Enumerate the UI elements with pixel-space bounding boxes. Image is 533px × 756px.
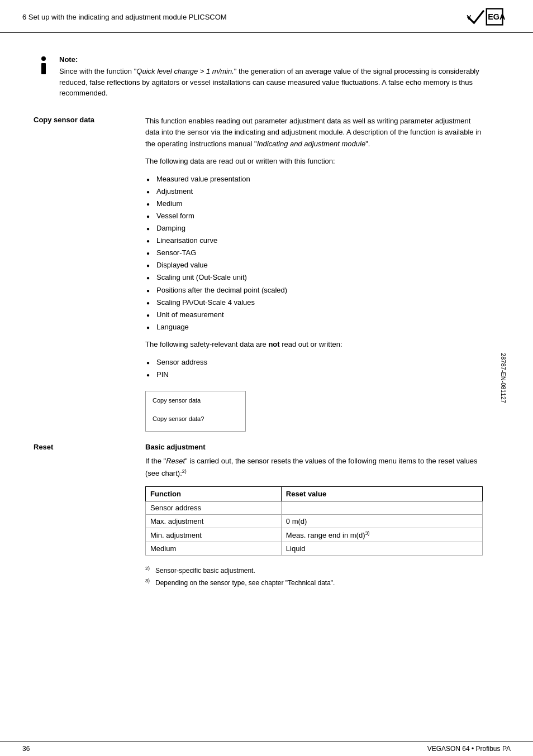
table-cell-max-adj-value: 0 m(d) [281,515,482,528]
table-header-reset-value: Reset value [281,487,482,501]
copy-sensor-italic: Indicating and adjustment module [257,140,365,148]
list-item: Medium [145,198,483,210]
footer-product: VEGASON 64 • Profibus PA [427,745,511,753]
table-row: Max. adjustment 0 m(d) [146,515,483,528]
ui-mock-option: Copy sensor data? [153,410,239,424]
table-cell-min-adj-value: Meas. range end in m(d)3) [281,528,482,542]
list-item: Language [145,321,483,333]
reset-table: Function Reset value Sensor address Max.… [145,486,483,556]
list-item: Scaling unit (Out-Scale unit) [145,271,483,284]
svg-point-3 [41,56,46,61]
table-cell-min-adj: Min. adjustment [146,528,282,542]
svg-text:EGA: EGA [488,12,506,21]
note-text: Since with the function "Quick level cha… [59,66,483,99]
list-item: Measured value presentation [145,173,483,185]
footer-page-number: 36 [22,745,30,753]
table-cell-max-adj: Max. adjustment [146,515,282,528]
page-header: 6 Set up with the indicating and adjustm… [0,0,533,33]
main-content: Note: Since with the function "Quick lev… [0,33,516,622]
table-cell-medium: Medium [146,542,282,556]
table-row: Min. adjustment Meas. range end in m(d)3… [146,528,483,542]
ui-mock-title: Copy sensor data [153,396,239,406]
logo: EGA V [466,6,511,28]
list-item: Displayed value [145,259,483,271]
list-item: Damping [145,222,483,235]
list-item: Positions after the decimal point (scale… [145,284,483,296]
reset-text: If the "Reset" is carried out, the senso… [145,456,483,480]
footnote-3: 3) Depending on the sensor type, see cha… [145,577,483,588]
page: 6 Set up with the indicating and adjustm… [0,0,533,756]
list-item: Scaling PA/Out-Scale 4 values [145,296,483,309]
list-item: PIN [145,369,483,381]
note-title: Note: [59,55,483,64]
list-item: Sensor address [145,356,483,369]
footnote-ref-3: 3) [365,530,369,536]
table-row: Sensor address [146,501,483,515]
list-item: Linearisation curve [145,235,483,247]
footnotes: 2) Sensor-specific basic adjustment. 3) … [145,564,483,588]
copy-sensor-data-section: Copy sensor data This function enables r… [34,116,483,432]
list-item: Adjustment [145,185,483,198]
table-cell-sensor-address: Sensor address [146,501,282,515]
footnote-ref-2: 2) [182,468,187,474]
table-cell-sensor-address-value [281,501,482,515]
note-italic: Quick level change > 1 m/min. [136,67,234,75]
header-title: 6 Set up with the indicating and adjustm… [22,13,227,21]
safety-text: The following safety-relevant data are n… [145,339,483,351]
reset-italic: Reset [166,457,185,465]
list-item: Unit of measurement [145,309,483,321]
reset-label: Reset [34,443,145,451]
table-cell-medium-value: Liquid [281,542,482,556]
reset-section: Reset Basic adjustment If the "Reset" is… [34,443,483,588]
info-icon [36,55,51,76]
copy-sensor-data-label: Copy sensor data [34,116,145,124]
page-footer: 36 VEGASON 64 • Profibus PA [0,741,533,756]
table-header-row: Function Reset value [146,487,483,501]
svg-rect-4 [41,63,46,74]
copy-sensor-bullet-list: Measured value presentation Adjustment M… [145,173,483,333]
not-bold: not [268,340,279,348]
list-item: Sensor-TAG [145,247,483,259]
note-text-before: Since with the function " [59,67,136,75]
svg-text:V: V [467,14,472,21]
copy-sensor-intro: This function enables reading out parame… [145,116,483,150]
copy-sensor-data-body: This function enables reading out parame… [145,116,483,432]
table-header-function: Function [146,487,282,501]
note-content: Note: Since with the function "Quick lev… [59,55,483,99]
vega-logo-icon: EGA V [466,6,511,28]
side-text: 28787-EN-081127 [500,353,507,403]
footnote-2: 2) Sensor-specific basic adjustment. [145,564,483,576]
reset-body: Basic adjustment If the "Reset" is carri… [145,443,483,588]
note-section: Note: Since with the function "Quick lev… [34,55,483,99]
table-row: Medium Liquid [146,542,483,556]
note-icon-container [34,55,54,76]
reset-subtitle: Basic adjustment [145,443,483,451]
ui-mock-box: Copy sensor data Copy sensor data? [145,391,246,432]
copy-sensor-subtext: The following data are read out or writt… [145,156,483,168]
safety-bullet-list: Sensor address PIN [145,356,483,381]
list-item: Vessel form [145,210,483,222]
